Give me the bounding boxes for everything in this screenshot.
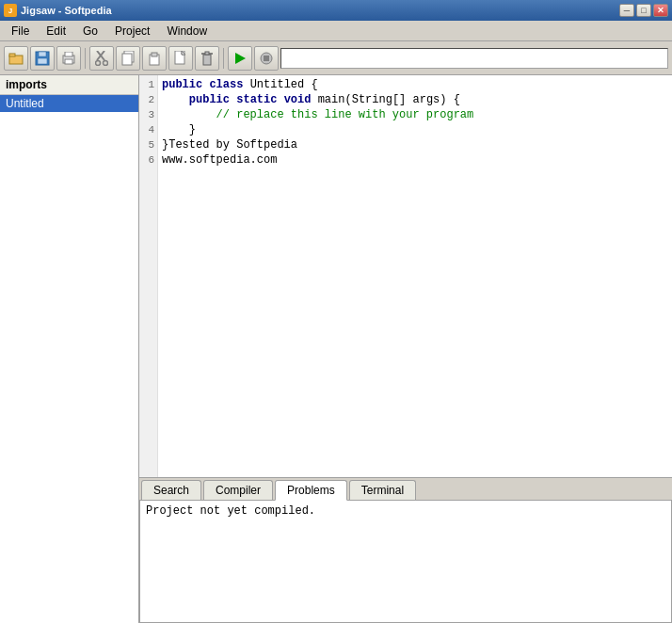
svg-point-10 — [96, 60, 101, 65]
editor-content[interactable]: public class Untitled { public static vo… — [158, 75, 672, 477]
panel-text: Project not yet compiled. — [146, 504, 315, 618]
toolbar — [0, 41, 672, 75]
line-num-2: 2 — [139, 92, 154, 107]
save-button[interactable] — [30, 46, 55, 71]
line-num-3: 3 — [139, 107, 154, 122]
line-num-6: 6 — [139, 152, 154, 168]
close-button[interactable]: ✕ — [653, 4, 668, 17]
svg-rect-7 — [65, 59, 72, 64]
svg-rect-3 — [39, 52, 46, 56]
code-line-6: www.softpedia.com — [162, 152, 668, 168]
svg-marker-21 — [235, 53, 246, 64]
title-bar-controls: ─ □ ✕ — [619, 4, 668, 17]
line-num-5: 5 — [139, 137, 154, 152]
bottom-panel: Search Compiler Problems Terminal Projec… — [139, 477, 672, 623]
menu-go[interactable]: Go — [75, 23, 105, 40]
code-line-3: // replace this line with your program — [162, 107, 668, 122]
copy-button[interactable] — [116, 46, 140, 71]
toolbar-sep-2 — [223, 48, 224, 69]
menu-window[interactable]: Window — [159, 23, 215, 40]
menu-edit[interactable]: Edit — [39, 23, 73, 40]
line-num-4: 4 — [139, 122, 154, 137]
svg-rect-15 — [152, 53, 157, 56]
tab-search[interactable]: Search — [141, 480, 201, 500]
app-icon: J — [4, 4, 17, 17]
title-bar-left: J Jigsaw - Softpedia — [4, 4, 112, 17]
maximize-button[interactable]: □ — [636, 4, 651, 17]
delete-button[interactable] — [195, 46, 219, 71]
cut-button[interactable] — [89, 46, 114, 71]
sidebar: imports Untitled — [0, 75, 139, 623]
tab-problems[interactable]: Problems — [275, 480, 347, 501]
menu-project[interactable]: Project — [107, 23, 157, 40]
code-line-2: public static void main(String[] args) { — [162, 92, 668, 107]
paste-button[interactable] — [142, 46, 167, 71]
toolbar-sep-1 — [85, 48, 86, 69]
code-line-4: } — [162, 122, 668, 137]
svg-rect-4 — [38, 58, 47, 64]
svg-rect-1 — [9, 54, 15, 56]
print-button[interactable] — [56, 46, 81, 71]
line-num-1: 1 — [139, 77, 154, 92]
sidebar-item-untitled[interactable]: Untitled — [0, 95, 138, 112]
tab-compiler[interactable]: Compiler — [203, 480, 273, 500]
tabs-bar: Search Compiler Problems Terminal — [139, 478, 672, 501]
svg-rect-18 — [203, 55, 211, 65]
svg-rect-13 — [122, 54, 132, 65]
tab-terminal[interactable]: Terminal — [349, 480, 416, 500]
svg-point-11 — [104, 60, 108, 65]
code-line-1: public class Untitled { — [162, 77, 668, 92]
svg-rect-23 — [264, 56, 269, 61]
minimize-button[interactable]: ─ — [619, 4, 634, 17]
line-numbers: 1 2 3 4 5 6 — [139, 75, 158, 477]
main-area: imports Untitled 1 2 3 4 5 6 public clas… — [0, 75, 672, 623]
editor-wrapper: 1 2 3 4 5 6 public class Untitled { publ… — [139, 75, 672, 477]
toolbar-search-input[interactable] — [280, 48, 668, 69]
sidebar-header: imports — [0, 75, 138, 95]
new-file-button[interactable] — [168, 46, 193, 71]
open-button[interactable] — [4, 46, 28, 71]
code-line-5: }Tested by Softpedia — [162, 137, 668, 152]
window-title: Jigsaw - Softpedia — [21, 5, 112, 16]
editor-area: 1 2 3 4 5 6 public class Untitled { publ… — [139, 75, 672, 623]
sidebar-list: imports Untitled — [0, 75, 138, 623]
svg-rect-6 — [65, 52, 72, 56]
panel-content: Project not yet compiled. — [139, 501, 672, 623]
svg-rect-20 — [205, 52, 209, 55]
menu-bar: File Edit Go Project Window — [0, 21, 672, 41]
title-bar: J Jigsaw - Softpedia ─ □ ✕ — [0, 0, 672, 21]
stop-button[interactable] — [254, 46, 279, 71]
menu-file[interactable]: File — [4, 23, 37, 40]
run-button[interactable] — [228, 46, 252, 71]
